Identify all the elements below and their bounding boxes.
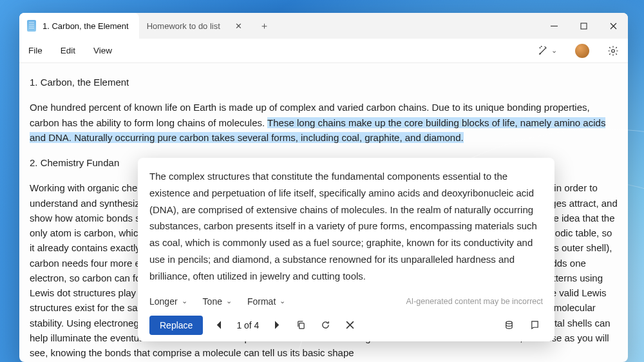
rewrite-actions: Replace 1 of 4 — [149, 316, 543, 335]
avatar[interactable] — [575, 44, 589, 58]
replace-button[interactable]: Replace — [149, 316, 203, 335]
menu-bar: File Edit View ⌄ — [19, 39, 628, 63]
svg-rect-1 — [581, 23, 587, 29]
tab-secondary[interactable]: Homework to do list ✕ — [139, 13, 254, 39]
copy-button[interactable] — [292, 317, 309, 334]
option-longer[interactable]: Longer ⌄ — [149, 296, 187, 307]
doc-heading-1: 1. Carbon, the Element — [30, 75, 618, 90]
settings-button[interactable] — [607, 45, 619, 57]
history-button[interactable] — [500, 317, 517, 334]
notepad-window: 1. Carbon, the Element Homework to do li… — [19, 13, 628, 362]
notepad-icon — [27, 20, 36, 32]
svg-point-10 — [506, 321, 511, 324]
new-tab-button[interactable]: ＋ — [254, 13, 276, 39]
title-bar: 1. Carbon, the Element Homework to do li… — [19, 13, 628, 39]
regenerate-button[interactable] — [317, 317, 334, 334]
close-icon[interactable]: ✕ — [234, 21, 243, 30]
rewrite-options: Longer ⌄ Tone ⌄ Format ⌄ AI-generated co… — [149, 296, 543, 307]
ai-suggestion-text: The complex structures that constitute t… — [149, 168, 543, 285]
option-tone[interactable]: Tone ⌄ — [203, 296, 232, 307]
svg-point-5 — [541, 46, 542, 47]
ai-disclaimer: AI-generated content may be incorrect — [406, 297, 543, 306]
minimize-button[interactable] — [539, 13, 569, 39]
tab-label: Homework to do list — [147, 21, 220, 31]
doc-paragraph-1: One hundred percent of known life on Ear… — [30, 100, 618, 145]
option-format[interactable]: Format ⌄ — [247, 296, 285, 307]
ai-rewrite-popup: The complex structures that constitute t… — [138, 158, 554, 341]
svg-point-4 — [540, 48, 540, 48]
next-button[interactable] — [268, 317, 285, 334]
dismiss-button[interactable] — [341, 317, 358, 334]
menu-file[interactable]: File — [28, 46, 43, 55]
copilot-button[interactable]: ⌄ — [538, 45, 557, 56]
previous-button[interactable] — [211, 317, 227, 334]
feedback-button[interactable] — [526, 317, 543, 334]
tab-label: 1. Carbon, the Element — [43, 21, 129, 31]
chevron-down-icon: ⌄ — [226, 297, 232, 305]
chevron-down-icon: ⌄ — [182, 297, 187, 305]
result-counter: 1 of 4 — [235, 320, 260, 330]
menu-view[interactable]: View — [93, 46, 112, 55]
maximize-button[interactable] — [569, 13, 598, 39]
menu-edit[interactable]: Edit — [61, 46, 75, 55]
tab-active[interactable]: 1. Carbon, the Element — [19, 13, 139, 39]
svg-point-6 — [612, 49, 615, 52]
close-button[interactable] — [598, 13, 628, 39]
chevron-down-icon: ⌄ — [279, 297, 285, 305]
svg-rect-7 — [299, 323, 305, 329]
chevron-down-icon: ⌄ — [551, 46, 557, 55]
